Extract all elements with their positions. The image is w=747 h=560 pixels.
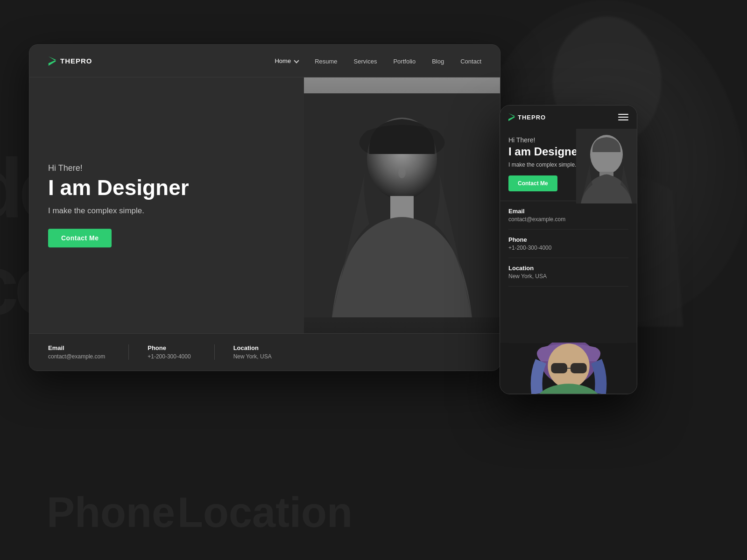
footer-phone-item: Phone +1-200-300-4000 xyxy=(128,344,214,360)
nav-item-blog[interactable]: Blog xyxy=(432,57,444,65)
nav-item-services[interactable]: Services xyxy=(354,57,377,65)
mobile-mockup: THEPRO Hi There! I am Designer I make th… xyxy=(500,105,637,394)
nav-item-portfolio[interactable]: Portfolio xyxy=(393,57,416,65)
mobile-phone-item: Phone +1-200-300-4000 xyxy=(508,230,628,258)
mobile-location-value: New York, USA xyxy=(508,273,628,280)
svg-marker-1 xyxy=(49,56,56,66)
mobile-phone-value: +1-200-300-4000 xyxy=(508,245,628,251)
hamburger-line-3 xyxy=(618,119,628,120)
nav-item-home[interactable]: Home xyxy=(275,57,298,64)
nav-link-home[interactable]: Home xyxy=(275,57,298,64)
nav-item-resume[interactable]: Resume xyxy=(315,57,337,65)
mobile-location-label: Location xyxy=(508,265,628,272)
mobile-contact-info: Email contact@example.com Phone +1-200-3… xyxy=(500,201,637,287)
desktop-hero: Hi There! I am Designer I make the compl… xyxy=(29,77,500,333)
desktop-footer: Email contact@example.com Phone +1-200-3… xyxy=(29,333,500,371)
hamburger-line-2 xyxy=(618,117,628,118)
hero-greeting: Hi There! xyxy=(48,163,189,173)
footer-location-item: Location New York, USA xyxy=(214,344,295,360)
mobile-hero: Hi There! I am Designer I make the compl… xyxy=(500,129,637,201)
mobile-navbar: THEPRO xyxy=(500,105,637,129)
desktop-mockup: THEPRO Home Resume Services Portfolio Bl… xyxy=(29,44,500,371)
mobile-email-label: Email xyxy=(508,208,628,215)
mobile-logo: THEPRO xyxy=(508,113,546,121)
hamburger-menu-button[interactable] xyxy=(618,114,628,120)
hamburger-line-1 xyxy=(618,114,628,115)
mobile-logo-icon xyxy=(508,113,515,121)
svg-marker-6 xyxy=(508,113,515,121)
mobile-hero-subtitle: I make the complex simple. xyxy=(508,161,581,168)
mobile-bottom-image-inner xyxy=(500,343,637,394)
desktop-nav-links: Home Resume Services Portfolio Blog Cont… xyxy=(275,57,481,65)
bg-blur-text-phone: Phone xyxy=(47,489,175,537)
svg-rect-13 xyxy=(551,363,567,373)
footer-email-label: Email xyxy=(48,344,105,351)
mobile-location-item: Location New York, USA xyxy=(508,258,628,287)
svg-rect-4 xyxy=(390,196,414,219)
logo-icon xyxy=(48,56,56,66)
desktop-logo: THEPRO xyxy=(48,56,92,66)
footer-email-value: contact@example.com xyxy=(48,353,105,360)
desktop-navbar: THEPRO Home Resume Services Portfolio Bl… xyxy=(29,45,500,77)
nav-link-blog[interactable]: Blog xyxy=(432,58,444,65)
desktop-hero-content: Hi There! I am Designer I make the compl… xyxy=(48,163,189,247)
footer-email-item: Email contact@example.com xyxy=(48,344,128,360)
mobile-portrait xyxy=(576,129,637,203)
nav-link-services[interactable]: Services xyxy=(354,58,377,65)
chevron-down-icon xyxy=(294,58,299,63)
nav-link-contact[interactable]: Contact xyxy=(460,58,481,65)
svg-rect-14 xyxy=(571,363,587,373)
mobile-email-value: contact@example.com xyxy=(508,216,628,223)
footer-phone-label: Phone xyxy=(148,344,190,351)
mobile-bottom-image xyxy=(500,343,637,394)
svg-point-5 xyxy=(398,167,406,178)
footer-phone-value: +1-200-300-4000 xyxy=(148,353,190,360)
mobile-email-item: Email contact@example.com xyxy=(508,201,628,230)
nav-link-portfolio[interactable]: Portfolio xyxy=(393,58,416,65)
mobile-contact-me-button[interactable]: Contact Me xyxy=(508,175,557,191)
hero-title: I am Designer xyxy=(48,176,189,200)
nav-item-contact[interactable]: Contact xyxy=(460,57,481,65)
mobile-phone-label: Phone xyxy=(508,236,628,243)
desktop-logo-text: THEPRO xyxy=(60,57,92,65)
hero-subtitle: I make the complex simple. xyxy=(48,206,189,216)
footer-location-label: Location xyxy=(233,344,272,351)
nav-link-resume[interactable]: Resume xyxy=(315,58,337,65)
desktop-contact-me-button[interactable]: Contact Me xyxy=(48,229,112,247)
bg-blur-text-location: Location xyxy=(177,489,352,537)
footer-location-value: New York, USA xyxy=(233,353,272,360)
mobile-logo-text: THEPRO xyxy=(518,114,546,121)
desktop-portrait xyxy=(304,77,500,333)
